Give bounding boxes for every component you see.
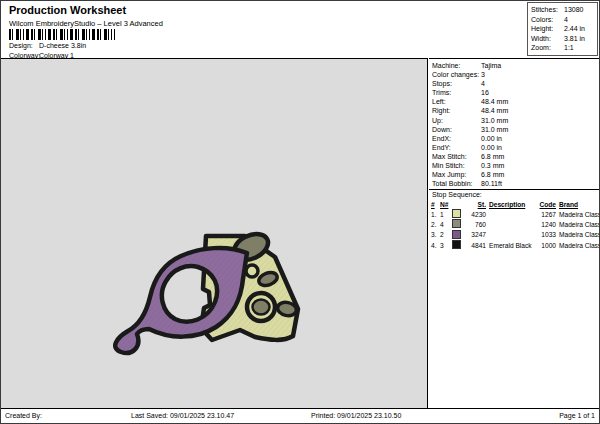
production-worksheet-page: Production Worksheet Wilcom EmbroiderySt… (0, 0, 600, 424)
stop-sequence-row: 3.232471033Madeira Classic 40 (431, 230, 597, 240)
stop-sequence-row: 4.34841Emerald Black1000Madeira Classic … (431, 240, 597, 250)
stop-cell: 3 (440, 240, 452, 250)
info-row: Stops:4 (432, 79, 596, 88)
cheese-hole (246, 265, 258, 277)
info-label: Left: (432, 98, 446, 105)
stop-cell: 2. (431, 219, 440, 229)
info-value: 2.44 in (564, 24, 585, 34)
stop-cell: 4841 (463, 240, 486, 250)
stop-cell: Madeira Classic 40 (556, 209, 597, 219)
stop-cell (486, 230, 535, 240)
stop-cell: 1. (431, 209, 440, 219)
stop-cell: 1 (440, 209, 452, 219)
info-label: Width: (531, 35, 551, 42)
info-label: Max Jump: (432, 171, 466, 178)
info-value: 13080 (564, 5, 583, 15)
stop-cell: Madeira Classic 40 (556, 219, 597, 229)
created-by-label: Created By: (5, 412, 42, 419)
stop-cell: 4. (431, 240, 440, 250)
stop-sequence-title: Stop Sequence: (432, 191, 482, 198)
stop-cell: 4230 (463, 209, 486, 219)
stop-cell (486, 219, 535, 229)
info-value: 0.00 in (481, 143, 502, 152)
info-value: 80.11ft (481, 179, 502, 188)
last-saved-text: Last Saved: 09/01/2025 23.10.47 (131, 412, 234, 419)
column-header: Code (535, 200, 556, 209)
info-label: EndX: (432, 135, 451, 142)
info-value: D-cheese 3.8in (39, 41, 86, 51)
machine-info: Machine:TajimaColor changes:3Stops:4Trim… (432, 61, 596, 188)
info-value: Tajima (481, 61, 501, 70)
info-value: 16 (481, 88, 489, 97)
info-row: Total Bobbin:80.11ft (432, 179, 596, 188)
stop-table-body: 1.142301267Madeira Classic 402.47601240M… (431, 209, 597, 251)
letter-d-shape (115, 248, 247, 353)
info-value: 48.4 mm (481, 97, 508, 106)
info-row: Colors:4 (531, 15, 597, 25)
info-row: Height:2.44 in (531, 24, 597, 34)
design-summary-box: Stitches:13080Colors:4Height:2.44 inWidt… (527, 2, 598, 56)
info-row: Design:D-cheese 3.8in (9, 41, 209, 51)
stop-cell: 3247 (463, 230, 486, 240)
info-label: Stops: (432, 80, 452, 87)
info-value: 0.00 in (481, 134, 502, 143)
info-value: 0.3 mm (481, 161, 504, 170)
info-row: Up:31.0 mm (432, 116, 596, 125)
info-value: 1:1 (564, 43, 574, 53)
info-label: Colors: (531, 16, 553, 23)
info-row: EndX:0.00 in (432, 134, 596, 143)
info-row: Min Stitch:0.3 mm (432, 161, 596, 170)
d-cheese-artwork (101, 207, 321, 367)
info-label: Up: (432, 117, 443, 124)
info-value: 4 (564, 15, 568, 25)
info-panel: Machine:TajimaColor changes:3Stops:4Trim… (429, 58, 599, 408)
column-header: Brand (556, 200, 597, 209)
info-label: Total Bobbin: (432, 180, 472, 187)
stop-cell: 760 (463, 219, 486, 229)
info-value: 6.8 mm (481, 152, 504, 161)
info-value: 3.81 in (564, 34, 585, 44)
stop-cell: 2 (440, 230, 452, 240)
info-label: Design: (9, 42, 33, 49)
info-row: Down:31.0 mm (432, 125, 596, 134)
software-subtitle: Wilcom EmbroideryStudio – Level 3 Advanc… (9, 19, 163, 28)
stop-cell: 1240 (535, 219, 556, 229)
info-label: Machine: (432, 62, 460, 69)
thread-chip-cell (452, 209, 463, 219)
info-label: Zoom: (531, 44, 551, 51)
info-row: Max Jump:6.8 mm (432, 170, 596, 179)
info-row: EndY:0.00 in (432, 143, 596, 152)
stop-cell: 4 (440, 219, 452, 229)
info-row: Width:3.81 in (531, 34, 597, 44)
info-row: Stitches:13080 (531, 5, 597, 15)
info-label: EndY: (432, 144, 451, 151)
column-header: # (431, 200, 440, 209)
stop-sequence-table: #N#St.DescriptionCodeBrand 1.142301267Ma… (431, 200, 597, 251)
info-value: 31.0 mm (481, 116, 508, 125)
thread-color-chip (452, 219, 461, 228)
printed-text: Printed: 09/01/2025 23.10.50 (311, 412, 401, 419)
thread-chip-cell (452, 230, 463, 240)
info-value: 6.8 mm (481, 170, 504, 179)
stop-cell: 3. (431, 230, 440, 240)
info-label: Stitches: (531, 6, 558, 13)
stop-cell: Madeira Classic 40 (556, 230, 597, 240)
info-label: Color changes: (432, 71, 479, 78)
info-label: Right: (432, 107, 450, 114)
column-header: St. (463, 200, 486, 209)
info-label: Min Stitch: (432, 162, 465, 169)
thread-color-chip (452, 230, 461, 239)
stop-cell: Madeira Classic 40 (556, 240, 597, 250)
info-value: 31.0 mm (481, 125, 508, 134)
stop-cell (486, 209, 535, 219)
info-row: Trims:16 (432, 88, 596, 97)
column-header: Description (486, 200, 535, 209)
info-label: Max Stitch: (432, 153, 467, 160)
info-row: Color changes:3 (432, 70, 596, 79)
stop-cell: 1033 (535, 230, 556, 240)
info-value: 3 (481, 70, 485, 79)
page-title: Production Worksheet (9, 4, 126, 16)
column-header (452, 200, 463, 209)
info-row: Max Stitch:6.8 mm (432, 152, 596, 161)
info-row: Machine:Tajima (432, 61, 596, 70)
